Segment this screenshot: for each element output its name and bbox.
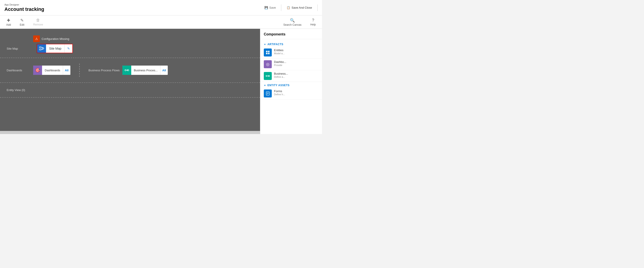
forms-component-item[interactable]: Forms Define h... bbox=[260, 88, 322, 99]
canvas-wrapper: ⚠ Configuration Missing Site Map bbox=[0, 29, 260, 134]
dashboards-comp-icon: ◎ bbox=[264, 60, 272, 68]
sitemap-card-label: Site Map bbox=[46, 47, 64, 50]
components-panel-title: Components bbox=[260, 32, 322, 39]
entities-icon bbox=[264, 49, 272, 57]
vert-divider bbox=[79, 64, 80, 77]
target-icon: 🎯 bbox=[35, 68, 40, 73]
search-canvas-button[interactable]: 🔍 Search Canvas bbox=[282, 17, 303, 27]
toolbar-left: ✚ Add ✎ Edit 🗑 Remove bbox=[4, 17, 45, 27]
svg-point-14 bbox=[266, 76, 267, 77]
sitemap-map-icon bbox=[37, 44, 46, 53]
forms-comp-text: Forms Define h... bbox=[274, 90, 285, 96]
dashboards-card-label: Dashboards bbox=[42, 69, 63, 72]
entity-view-label: Entity View (0) bbox=[7, 88, 25, 92]
toolbar: ✚ Add ✎ Edit 🗑 Remove 🔍 Search Canvas ? … bbox=[0, 16, 322, 29]
bpf-comp-desc: Define a... bbox=[274, 76, 288, 78]
config-missing-text: Configuration Missing bbox=[42, 37, 69, 41]
sitemap-card[interactable]: Site Map ✎ bbox=[37, 44, 73, 53]
warning-triangle-icon: ⚠ bbox=[35, 37, 38, 41]
help-button[interactable]: ? Help bbox=[308, 17, 318, 27]
help-label: Help bbox=[310, 23, 316, 26]
svg-rect-1 bbox=[40, 49, 41, 50]
dashboards-comp-name: Dashbo... bbox=[274, 60, 286, 64]
app-title: Account tracking bbox=[4, 7, 44, 12]
canvas-area[interactable]: ⚠ Configuration Missing Site Map bbox=[0, 29, 260, 131]
edit-icon: ✎ bbox=[20, 18, 24, 23]
svg-rect-11 bbox=[268, 51, 270, 52]
remove-button[interactable]: 🗑 Remove bbox=[32, 17, 45, 27]
dashboards-all-label: All bbox=[65, 69, 68, 72]
components-panel: Components ▼ ARTIFACTS Entities Model a.… bbox=[260, 29, 322, 134]
warning-icon-box: ⚠ bbox=[33, 36, 40, 42]
entities-component-item[interactable]: Entities Model a... bbox=[260, 47, 322, 59]
save-icon: 💾 bbox=[264, 6, 268, 9]
svg-rect-13 bbox=[268, 53, 270, 54]
dashboards-component-item[interactable]: ◎ Dashbo... Provide bbox=[260, 59, 322, 70]
dashboards-all-button[interactable]: All bbox=[63, 66, 70, 75]
save-close-icon: 📋 bbox=[286, 6, 290, 9]
dashboards-icon: 🎯 bbox=[33, 66, 42, 75]
sitemap-row-label: Site Map bbox=[7, 47, 33, 50]
config-warning-row: ⚠ Configuration Missing bbox=[7, 36, 254, 42]
sitemap-row: ⚠ Configuration Missing Site Map bbox=[0, 29, 260, 58]
artifacts-section-header[interactable]: ▼ ARTIFACTS bbox=[260, 41, 322, 47]
entity-view-row: Entity View (0) bbox=[0, 83, 260, 97]
entities-text: Entities Model a... bbox=[274, 49, 284, 55]
remove-icon: 🗑 bbox=[36, 18, 40, 23]
bpf-comp-text: Business... Define a... bbox=[274, 72, 288, 78]
bpf-row-label: Business Process Flows bbox=[88, 69, 120, 72]
dashboards-row-label: Dashboards bbox=[7, 69, 33, 72]
search-icon: 🔍 bbox=[290, 18, 295, 23]
dashboards-bpf-row: Dashboards 🎯 Dashboards All Business Pro… bbox=[0, 58, 260, 82]
bpf-comp-name: Business... bbox=[274, 72, 288, 75]
app-designer-label: App Designer bbox=[4, 3, 44, 6]
svg-rect-12 bbox=[266, 53, 268, 54]
entities-name: Entities bbox=[274, 49, 284, 52]
dashboards-comp-desc: Provide bbox=[274, 64, 286, 67]
svg-point-7 bbox=[125, 70, 126, 71]
bpf-card[interactable]: Business Proces... All bbox=[122, 66, 168, 75]
save-label: Save bbox=[269, 6, 276, 9]
entity-assets-chevron-icon: ▼ bbox=[264, 84, 266, 87]
save-and-close-button[interactable]: 📋 Save And Close bbox=[285, 5, 314, 10]
separator-3 bbox=[0, 97, 260, 98]
search-canvas-label: Search Canvas bbox=[283, 23, 302, 26]
help-icon: ? bbox=[312, 18, 314, 23]
bpf-all-label: All bbox=[162, 69, 166, 72]
header-right: 💾 Save 📋 Save And Close bbox=[263, 5, 318, 11]
dashboards-comp-text: Dashbo... Provide bbox=[274, 60, 286, 67]
bpf-card-label: Business Proces... bbox=[131, 69, 160, 72]
header: App Designer Account tracking 💾 Save 📋 S… bbox=[0, 0, 322, 16]
add-label: Add bbox=[6, 23, 11, 26]
svg-rect-10 bbox=[266, 51, 268, 52]
forms-comp-icon bbox=[264, 90, 272, 97]
main-container: ⚠ Configuration Missing Site Map bbox=[0, 29, 322, 134]
artifacts-chevron-icon: ▼ bbox=[264, 43, 266, 46]
bpf-icon bbox=[122, 66, 131, 75]
pencil-icon: ✎ bbox=[67, 47, 70, 50]
dashboards-card[interactable]: 🎯 Dashboards All bbox=[33, 66, 70, 75]
entity-assets-section-header[interactable]: ▼ ENTITY ASSETS bbox=[260, 82, 322, 88]
add-icon: ✚ bbox=[7, 18, 10, 23]
header-left: App Designer Account tracking bbox=[4, 3, 44, 12]
entity-assets-label: ENTITY ASSETS bbox=[267, 84, 290, 87]
save-button[interactable]: 💾 Save bbox=[263, 5, 278, 10]
bpf-comp-icon bbox=[264, 72, 272, 80]
edit-button[interactable]: ✎ Edit bbox=[18, 17, 26, 27]
forms-comp-desc: Define h... bbox=[274, 93, 285, 96]
sitemap-edit-button[interactable]: ✎ bbox=[64, 44, 72, 53]
add-button[interactable]: ✚ Add bbox=[4, 17, 12, 27]
entities-desc: Model a... bbox=[274, 52, 284, 55]
toolbar-right: 🔍 Search Canvas ? Help bbox=[282, 17, 318, 27]
sitemap-main-row: Site Map bbox=[7, 44, 254, 53]
horizontal-scrollbar[interactable] bbox=[0, 131, 260, 134]
bpf-all-button[interactable]: All bbox=[160, 66, 168, 75]
save-and-close-label: Save And Close bbox=[292, 6, 312, 9]
svg-rect-0 bbox=[40, 47, 41, 48]
edit-label: Edit bbox=[20, 23, 24, 26]
bpf-component-item[interactable]: Business... Define a... bbox=[260, 70, 322, 82]
artifacts-label: ARTIFACTS bbox=[267, 43, 283, 46]
forms-comp-name: Forms bbox=[274, 90, 285, 93]
remove-label: Remove bbox=[33, 23, 43, 26]
header-divider2 bbox=[317, 5, 318, 11]
